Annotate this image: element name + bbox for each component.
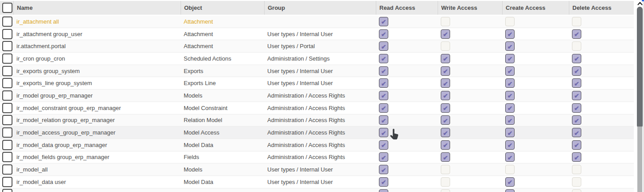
- row-name-cell[interactable]: ir_model_relation group_erp_manager: [13, 114, 181, 127]
- row-group-cell[interactable]: Administration / Access Rights: [264, 114, 376, 127]
- write-access-checkbox[interactable]: ✔: [441, 66, 450, 76]
- read-access-checkbox[interactable]: ✔: [379, 177, 388, 187]
- create-access-checkbox[interactable]: ✔: [505, 78, 515, 88]
- table-row[interactable]: ir_attachment group_user Attachment User…: [0, 28, 634, 41]
- row-object-cell[interactable]: Exports: [181, 65, 264, 77]
- row-object-cell[interactable]: Attachment: [181, 40, 264, 52]
- create-access-checkbox[interactable]: ✔: [505, 115, 515, 125]
- create-access-checkbox[interactable]: ✔: [505, 165, 515, 174]
- row-select-checkbox[interactable]: [2, 115, 12, 125]
- write-access-checkbox[interactable]: ✔: [441, 41, 450, 51]
- row-name-cell[interactable]: ir_model_data user: [13, 176, 181, 188]
- row-select-checkbox[interactable]: [2, 189, 12, 192]
- scrollbar-thumb[interactable]: [637, 7, 643, 128]
- delete-access-checkbox[interactable]: ✔: [572, 78, 581, 88]
- column-header-create-access[interactable]: Create Access: [502, 1, 569, 15]
- row-object-cell[interactable]: Model Data: [181, 176, 264, 188]
- row-select-checkbox[interactable]: [2, 127, 12, 138]
- column-header-delete-access[interactable]: Delete Access: [569, 1, 634, 15]
- row-name-cell[interactable]: ir_model_constraint group_erp_manager: [13, 102, 181, 114]
- table-row[interactable]: ir.attachment.portal Attachment User typ…: [0, 40, 634, 53]
- table-row[interactable]: ir_model_data group_erp_manager Model Da…: [0, 139, 634, 151]
- table-row[interactable]: ir_cron group_cron Scheduled Actions Adm…: [0, 53, 634, 65]
- read-access-checkbox[interactable]: ✔: [379, 66, 388, 76]
- row-object-cell[interactable]: Attachment: [181, 28, 264, 40]
- row-group-cell[interactable]: User types / Portal: [264, 40, 376, 52]
- write-access-checkbox[interactable]: ✔: [441, 17, 450, 26]
- read-access-checkbox[interactable]: ✔: [379, 78, 388, 88]
- delete-access-checkbox[interactable]: ✔: [572, 128, 581, 137]
- create-access-checkbox[interactable]: ✔: [505, 177, 515, 187]
- row-group-cell[interactable]: User types / Internal User: [264, 28, 376, 40]
- row-name-cell[interactable]: ir_attachment group_user: [13, 28, 181, 40]
- create-access-checkbox[interactable]: ✔: [505, 17, 515, 26]
- row-object-cell[interactable]: Models: [181, 163, 264, 176]
- row-name-cell[interactable]: ir_exports group_system: [13, 65, 181, 77]
- write-access-checkbox[interactable]: ✔: [441, 177, 450, 187]
- delete-access-checkbox[interactable]: ✔: [572, 103, 581, 113]
- row-group-cell[interactable]: Administration / Access Rights: [264, 139, 376, 151]
- delete-access-checkbox[interactable]: ✔: [572, 66, 581, 76]
- row-group-cell[interactable]: User types / Internal User: [264, 77, 376, 89]
- delete-access-checkbox[interactable]: ✔: [572, 41, 581, 51]
- table-row[interactable]: ir_model_fields group_erp_manager Fields…: [0, 151, 634, 164]
- column-header-write-access[interactable]: Write Access: [438, 1, 502, 15]
- write-access-checkbox[interactable]: ✔: [441, 78, 450, 88]
- row-group-cell[interactable]: User types / Internal User: [264, 163, 376, 176]
- row-select-checkbox[interactable]: [2, 66, 12, 76]
- write-access-checkbox[interactable]: ✔: [441, 189, 450, 192]
- row-select-checkbox[interactable]: [2, 53, 12, 64]
- create-access-checkbox[interactable]: ✔: [505, 54, 515, 63]
- scroll-up-button[interactable]: [637, 1, 643, 6]
- row-select-checkbox[interactable]: [2, 164, 12, 175]
- table-row[interactable]: ir_attachment all Attachment ✔ ✔ ✔ ✔: [0, 16, 634, 28]
- write-access-checkbox[interactable]: ✔: [441, 103, 450, 113]
- write-access-checkbox[interactable]: ✔: [441, 91, 450, 100]
- write-access-checkbox[interactable]: ✔: [441, 115, 450, 125]
- row-group-cell[interactable]: Administration / Access Rights: [264, 102, 376, 114]
- row-object-cell[interactable]: Fields: [181, 188, 264, 192]
- read-access-checkbox[interactable]: ✔: [379, 91, 388, 100]
- row-select-checkbox[interactable]: [2, 41, 12, 51]
- row-object-cell[interactable]: Relation Model: [181, 114, 264, 127]
- row-select-checkbox[interactable]: [2, 177, 12, 187]
- row-object-cell[interactable]: Attachment: [181, 16, 264, 28]
- write-access-checkbox[interactable]: ✔: [441, 54, 450, 63]
- row-name-cell[interactable]: ir_model group_erp_manager: [13, 90, 181, 102]
- read-access-checkbox[interactable]: ✔: [379, 17, 388, 26]
- create-access-checkbox[interactable]: ✔: [505, 29, 515, 39]
- row-name-cell[interactable]: ir_exports_line group_system: [13, 77, 181, 89]
- read-access-checkbox[interactable]: ✔: [379, 115, 388, 125]
- delete-access-checkbox[interactable]: ✔: [572, 189, 581, 192]
- row-object-cell[interactable]: Exports Line: [181, 77, 264, 89]
- row-object-cell[interactable]: Scheduled Actions: [181, 53, 264, 65]
- create-access-checkbox[interactable]: ✔: [505, 66, 515, 76]
- write-access-checkbox[interactable]: ✔: [441, 152, 450, 162]
- read-access-checkbox[interactable]: ✔: [379, 103, 388, 113]
- read-access-checkbox[interactable]: ✔: [379, 189, 388, 192]
- delete-access-checkbox[interactable]: ✔: [572, 54, 581, 63]
- delete-access-checkbox[interactable]: ✔: [572, 29, 581, 39]
- column-header-name[interactable]: Name: [13, 1, 181, 15]
- row-group-cell[interactable]: [264, 16, 376, 28]
- delete-access-checkbox[interactable]: ✔: [572, 165, 581, 174]
- row-object-cell[interactable]: Model Constraint: [181, 102, 264, 114]
- row-name-cell[interactable]: ir_model_fields group_erp_manager: [13, 151, 181, 163]
- column-header-object[interactable]: Object: [181, 1, 264, 15]
- table-row[interactable]: ir_model_constraint group_erp_manager Mo…: [0, 102, 634, 114]
- create-access-checkbox[interactable]: ✔: [505, 140, 515, 150]
- scrollbar-track[interactable]: [637, 127, 642, 192]
- row-name-cell[interactable]: ir_model_fields all: [13, 188, 181, 192]
- row-object-cell[interactable]: Model Data: [181, 139, 264, 151]
- create-access-checkbox[interactable]: ✔: [505, 189, 515, 192]
- read-access-checkbox[interactable]: ✔: [379, 152, 388, 162]
- delete-access-checkbox[interactable]: ✔: [572, 152, 581, 162]
- delete-access-checkbox[interactable]: ✔: [572, 115, 581, 125]
- row-group-cell[interactable]: Administration / Access Rights: [264, 151, 376, 163]
- table-row[interactable]: ir_model_all Models User types / Interna…: [0, 163, 634, 176]
- create-access-checkbox[interactable]: ✔: [505, 41, 515, 51]
- table-row[interactable]: ir_exports group_system Exports User typ…: [0, 65, 634, 78]
- create-access-checkbox[interactable]: ✔: [505, 128, 515, 137]
- write-access-checkbox[interactable]: ✔: [441, 128, 450, 137]
- select-all-checkbox[interactable]: [2, 3, 12, 13]
